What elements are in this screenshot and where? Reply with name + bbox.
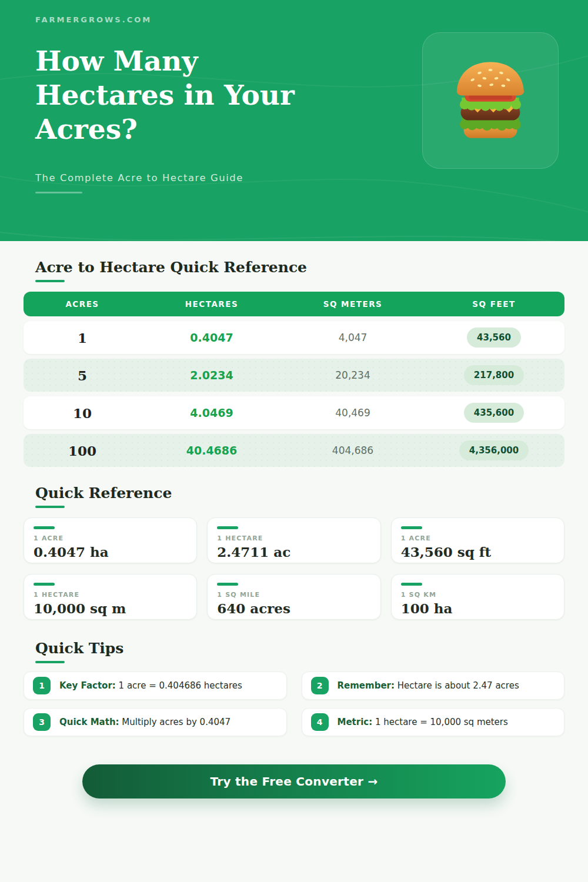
acres-cell: 5 [24, 368, 141, 383]
card-accent-bar [34, 526, 55, 529]
acres-cell: 100 [24, 443, 141, 459]
conversion-table: ACRES HECTARES SQ METERS SQ FEET 1 0.404… [24, 292, 564, 467]
tip-number-badge: 4 [311, 713, 329, 731]
sq-feet-badge: 217,800 [464, 365, 524, 385]
hectares-cell: 2.0234 [141, 369, 282, 382]
section-heading-table: Acre to Hectare Quick Reference [35, 259, 564, 276]
reference-card: 1 SQ KM 100 ha [391, 574, 564, 620]
sq-feet-badge: 4,356,000 [459, 440, 529, 460]
hectares-cell: 4.0469 [141, 406, 282, 419]
quick-tips-section: Quick Tips 1 Key Factor: 1 acre = 0.4046… [24, 640, 564, 736]
card-value: 2.4711 ac [217, 544, 370, 560]
hectares-cell: 40.4686 [141, 444, 282, 457]
site-name: FARMERGROWS.COM [35, 15, 553, 24]
hamburger-icon [441, 51, 540, 150]
acres-cell: 10 [24, 405, 141, 421]
hamburger-tile [422, 32, 559, 169]
tip-text: Key Factor: 1 acre = 0.404686 hectares [59, 680, 242, 691]
table-header-row: ACRES HECTARES SQ METERS SQ FEET [24, 292, 564, 316]
tip-number-badge: 3 [33, 713, 51, 731]
reference-card: 1 HECTARE 10,000 sq m [24, 574, 197, 620]
sq-feet-badge: 43,560 [467, 328, 521, 348]
tip-label: Remember: [338, 680, 395, 691]
header: FARMERGROWS.COM How Many Hectares in You… [0, 0, 588, 241]
sq-feet-cell: 435,600 [423, 403, 564, 423]
page-subtitle: The Complete Acre to Hectare Guide [35, 172, 553, 183]
tip-body: 1 acre = 0.404686 hectares [119, 680, 242, 691]
tip-text: Quick Math: Multiply acres by 0.4047 [59, 717, 230, 727]
tip-label: Key Factor: [59, 680, 116, 691]
tip-card: 4 Metric: 1 hectare = 10,000 sq meters [302, 708, 565, 736]
card-accent-bar [401, 583, 422, 586]
sq-feet-cell: 4,356,000 [423, 440, 564, 460]
tip-number-badge: 2 [311, 677, 329, 694]
conversion-table-section: Acre to Hectare Quick Reference ACRES HE… [24, 259, 564, 467]
try-converter-button[interactable]: Try the Free Converter → [82, 764, 506, 799]
quick-reference-grid: 1 ACRE 0.4047 ha 1 HECTARE 2.4711 ac 1 A… [24, 517, 564, 620]
section-heading-quick-tips: Quick Tips [35, 640, 564, 657]
sq-feet-badge: 435,600 [464, 403, 524, 423]
column-header-sq-feet: SQ FEET [423, 299, 564, 309]
card-accent-bar [217, 526, 238, 529]
subtitle-underline [35, 192, 82, 193]
card-value: 100 ha [401, 600, 554, 616]
table-row: 100 40.4686 404,686 4,356,000 [24, 434, 564, 467]
card-label: 1 HECTARE [217, 534, 370, 542]
table-row: 5 2.0234 20,234 217,800 [24, 359, 564, 392]
quick-reference-section: Quick Reference 1 ACRE 0.4047 ha 1 HECTA… [24, 485, 564, 620]
column-header-sq-meters: SQ METERS [282, 299, 423, 309]
quick-tips-grid: 1 Key Factor: 1 acre = 0.404686 hectares… [24, 671, 564, 736]
cta-container: Try the Free Converter → [24, 764, 564, 799]
reference-card: 1 HECTARE 2.4711 ac [207, 517, 380, 563]
card-accent-bar [401, 526, 422, 529]
sq-feet-cell: 43,560 [423, 328, 564, 348]
column-header-hectares: HECTARES [141, 299, 282, 309]
sq-meters-cell: 40,469 [282, 407, 423, 419]
table-row: 10 4.0469 40,469 435,600 [24, 396, 564, 429]
reference-card: 1 ACRE 43,560 sq ft [391, 517, 564, 563]
tip-text: Metric: 1 hectare = 10,000 sq meters [338, 717, 508, 727]
card-value: 43,560 sq ft [401, 544, 554, 560]
tip-text: Remember: Hectare is about 2.47 acres [338, 680, 519, 691]
tip-card: 2 Remember: Hectare is about 2.47 acres [302, 671, 565, 700]
card-accent-bar [217, 583, 238, 586]
card-label: 1 SQ KM [401, 591, 554, 599]
tip-body: 1 hectare = 10,000 sq meters [375, 717, 508, 727]
page: FARMERGROWS.COM How Many Hectares in You… [0, 0, 588, 882]
column-header-acres: ACRES [24, 299, 141, 309]
card-accent-bar [34, 583, 55, 586]
acres-cell: 1 [24, 330, 141, 346]
heading-underline [35, 280, 65, 282]
tip-card: 1 Key Factor: 1 acre = 0.404686 hectares [24, 671, 287, 700]
card-label: 1 HECTARE [34, 591, 187, 599]
tip-body: Hectare is about 2.47 acres [397, 680, 519, 691]
card-label: 1 SQ MILE [217, 591, 370, 599]
card-label: 1 ACRE [34, 534, 187, 542]
reference-card: 1 SQ MILE 640 acres [207, 574, 380, 620]
sq-feet-cell: 217,800 [423, 365, 564, 385]
table-row: 1 0.4047 4,047 43,560 [24, 321, 564, 354]
sq-meters-cell: 4,047 [282, 332, 423, 343]
tip-label: Metric: [338, 717, 373, 727]
tip-body: Multiply acres by 0.4047 [122, 717, 230, 727]
card-label: 1 ACRE [401, 534, 554, 542]
tip-label: Quick Math: [59, 717, 119, 727]
sq-meters-cell: 20,234 [282, 369, 423, 381]
hectares-cell: 0.4047 [141, 331, 282, 344]
heading-underline [35, 661, 65, 663]
reference-card: 1 ACRE 0.4047 ha [24, 517, 197, 563]
card-value: 640 acres [217, 600, 370, 616]
card-value: 0.4047 ha [34, 544, 187, 560]
main-content: Acre to Hectare Quick Reference ACRES HE… [0, 241, 588, 799]
tip-number-badge: 1 [33, 677, 51, 694]
sq-meters-cell: 404,686 [282, 445, 423, 456]
card-value: 10,000 sq m [34, 600, 187, 616]
tip-card: 3 Quick Math: Multiply acres by 0.4047 [24, 708, 287, 736]
heading-underline [35, 506, 65, 508]
section-heading-quick-reference: Quick Reference [35, 485, 564, 502]
